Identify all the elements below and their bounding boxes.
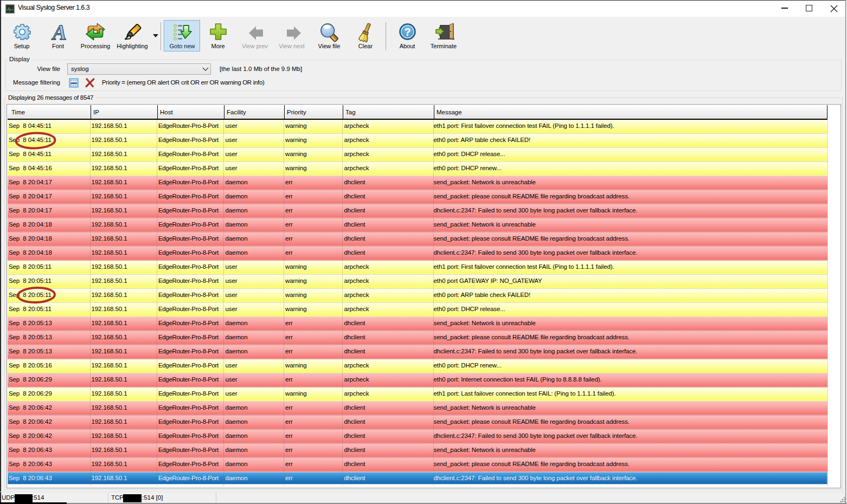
svg-text:?: ? (404, 26, 410, 38)
svg-text:A: A (51, 22, 67, 41)
